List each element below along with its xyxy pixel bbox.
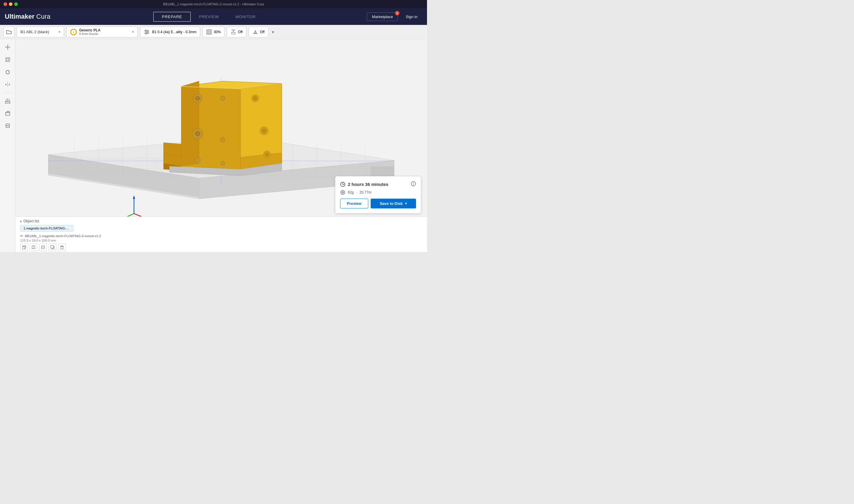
print-actions: Preview Save to Disk ▾ (340, 199, 416, 209)
toolbar: B1 ABL 2 (black) ▾ 1 Generic PLA 0.4mm N… (0, 25, 427, 39)
svg-point-115 (413, 183, 414, 183)
adhesion-button[interactable]: Off (249, 27, 268, 37)
obj-icon-cube[interactable] (20, 244, 28, 251)
save-to-disk-button[interactable]: Save to Disk ▾ (371, 199, 416, 209)
per-model-tool[interactable]: + (2, 108, 13, 119)
material-select[interactable]: 1 Generic PLA 0.4mm Nozzle ▾ (67, 27, 138, 37)
obj-icon-split[interactable] (39, 244, 47, 251)
left-toolbar: + (0, 39, 15, 252)
maximize-button[interactable] (14, 2, 18, 6)
adhesion-label: Off (260, 30, 265, 34)
viewport[interactable]: ▾ Object list 1.magnetic-torch-FLOATING-… (15, 39, 427, 252)
svg-point-80 (253, 96, 257, 100)
marketplace-badge: 1 (395, 11, 399, 15)
print-info-panel: 2 hours 36 minutes 62g · (335, 176, 421, 214)
material-weight-icon (340, 190, 345, 195)
object-filename: ✏ BB1ABL_1.magnetic-torch-FLOATING-Z-mou… (20, 234, 101, 238)
cube-icon (22, 245, 26, 249)
info-icon (411, 181, 416, 186)
print-time-row: 2 hours 36 minutes (340, 181, 416, 187)
folder-icon (6, 30, 12, 34)
material-name: Generic PLA (79, 28, 101, 32)
material-length: 20.77m (359, 190, 371, 195)
support-tool[interactable] (2, 95, 13, 106)
infill-icon (207, 29, 212, 35)
svg-rect-104 (51, 246, 53, 248)
material-icon: 1 (70, 29, 77, 35)
mirror-tool[interactable] (2, 79, 13, 90)
svg-text:+: + (8, 111, 9, 113)
delete-icon (60, 245, 64, 249)
svg-rect-20 (6, 57, 10, 62)
marketplace-button[interactable]: Marketplace 1 (367, 13, 398, 21)
printer-name: B1 ABL 2 (black) (20, 30, 49, 34)
svg-point-82 (262, 129, 266, 133)
more-settings-icon: ▾ (272, 30, 274, 34)
mirror-icon (5, 82, 11, 88)
svg-marker-69 (164, 143, 181, 156)
move-icon (5, 44, 11, 50)
bottom-panel: ▾ Object list 1.magnetic-torch-FLOATING-… (15, 216, 427, 252)
signin-button[interactable]: Sign in (401, 13, 422, 21)
infill-button[interactable]: 30% (202, 27, 225, 37)
title-bar: BB1ABL_1.magnetic-torch-FLOATING-Z-mount… (0, 0, 427, 8)
save-label: Save to Disk (380, 201, 403, 206)
svg-point-72 (195, 96, 199, 100)
split-icon (41, 245, 45, 249)
preview-button[interactable]: Preview (340, 199, 368, 209)
traffic-lights (3, 2, 18, 6)
save-chevron-icon: ▾ (405, 202, 407, 205)
svg-line-112 (343, 184, 344, 185)
svg-point-78 (220, 161, 225, 165)
obj-icon-delete[interactable] (58, 244, 66, 251)
adhesion-icon (253, 29, 258, 35)
svg-point-1 (145, 30, 146, 31)
svg-point-84 (265, 153, 269, 156)
material-weight: 62g (348, 190, 354, 195)
obj-icon-duplicate[interactable] (49, 244, 56, 251)
app-logo: Ultimaker Cura (5, 13, 50, 20)
rotate-tool[interactable] (2, 67, 13, 78)
svg-point-118 (342, 192, 343, 193)
print-settings-label: B1 0.4 (4a) E...ality - 0.3mm (152, 30, 196, 34)
object-item[interactable]: 1.magnetic-torch-FLOATING-Z... (20, 225, 73, 232)
minimize-button[interactable] (9, 2, 13, 6)
tab-monitor[interactable]: MONITOR (227, 12, 264, 22)
tab-preview[interactable]: PREVIEW (191, 12, 227, 22)
rotate-icon (5, 69, 11, 75)
svg-rect-23 (5, 102, 10, 103)
close-button[interactable] (3, 2, 7, 6)
support-button[interactable]: Off (227, 27, 246, 37)
object-dimensions: 115.3 x 19.0 x 100.0 mm (20, 239, 101, 242)
main-area: + (0, 39, 427, 252)
material-sub: 0.4mm Nozzle (79, 32, 101, 36)
svg-rect-13 (232, 32, 235, 34)
nav-tabs: PREPARE PREVIEW MONITOR (153, 12, 264, 22)
app-name-cura: Cura (36, 13, 50, 20)
object-list-label: Object list (23, 219, 39, 223)
object-list-header[interactable]: ▾ Object list (20, 219, 422, 223)
slice-icon (5, 123, 11, 129)
toolbar-chevron[interactable]: ▾ (272, 29, 274, 35)
obj-icon-mesh[interactable] (30, 244, 37, 251)
app-name-ultimaker: Ultimaker (5, 13, 34, 20)
print-time: 2 hours 36 minutes (340, 182, 389, 187)
top-nav: Ultimaker Cura PREPARE PREVIEW MONITOR M… (0, 8, 427, 25)
svg-point-77 (195, 158, 200, 163)
open-folder-button[interactable] (3, 27, 14, 37)
move-tool[interactable] (2, 41, 13, 53)
svg-rect-96 (22, 247, 25, 249)
material-info: Generic PLA 0.4mm Nozzle (79, 28, 101, 36)
scale-tool[interactable] (2, 54, 13, 65)
info-button[interactable] (411, 181, 416, 187)
print-material: 62g · 20.77m (340, 190, 416, 195)
tab-prepare[interactable]: PREPARE (153, 12, 191, 22)
svg-rect-105 (61, 246, 63, 249)
support-tool-icon (5, 98, 11, 104)
printer-chevron-icon: ▾ (59, 30, 60, 34)
divider (2, 92, 13, 93)
print-settings-select[interactable]: B1 0.4 (4a) E...ality - 0.3mm (140, 27, 200, 37)
printer-select[interactable]: B1 ABL 2 (black) ▾ (17, 27, 64, 37)
support-label: Off (238, 30, 243, 34)
slice-settings-tool[interactable] (2, 120, 13, 131)
